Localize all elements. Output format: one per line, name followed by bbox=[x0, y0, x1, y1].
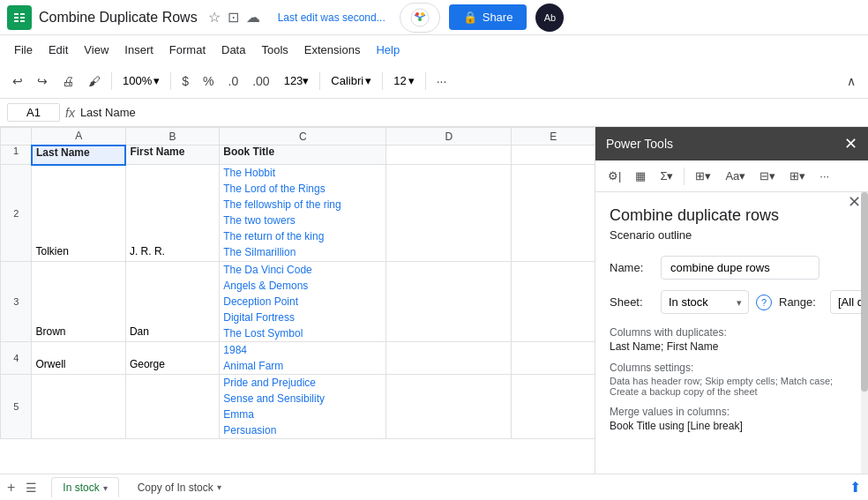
col-settings-label: Columns settings: bbox=[610, 362, 854, 374]
scrollbar-thumb[interactable] bbox=[861, 192, 868, 392]
cell-a2[interactable]: Tolkien bbox=[32, 165, 125, 262]
book-list-tolkien: The Hobbit The Lord of the Rings The fel… bbox=[223, 165, 382, 260]
menu-edit[interactable]: Edit bbox=[41, 41, 75, 59]
menu-file[interactable]: File bbox=[7, 41, 40, 59]
spreadsheet-grid: A B C D E 1 Last Name First Name Book Ti… bbox=[0, 127, 595, 439]
sheet-select-wrap: In stock bbox=[661, 290, 749, 314]
pt-tool-1[interactable]: ⚙| bbox=[602, 166, 626, 186]
cell-d1[interactable] bbox=[386, 146, 512, 165]
cloud-icon[interactable]: ☁ bbox=[246, 9, 260, 26]
row-num-2: 2 bbox=[1, 165, 32, 262]
scenario-name-input[interactable] bbox=[661, 256, 819, 280]
separator-2 bbox=[170, 72, 171, 90]
cell-b2[interactable]: J. R. R. bbox=[125, 165, 219, 262]
scrollbar-track[interactable] bbox=[861, 192, 868, 500]
dialog-content: ✕ Combine duplicate rows Scenario outlin… bbox=[595, 192, 868, 500]
col-header-d[interactable]: D bbox=[386, 128, 512, 146]
cell-c2[interactable]: The Hobbit The Lord of the Rings The fel… bbox=[220, 165, 386, 262]
cell-e3[interactable] bbox=[512, 262, 595, 342]
cell-e5[interactable] bbox=[512, 375, 595, 439]
folder-icon[interactable]: ⊡ bbox=[228, 9, 239, 26]
format-dropdown[interactable]: 123▾ bbox=[279, 71, 315, 90]
redo-button[interactable]: ↪ bbox=[32, 71, 53, 92]
power-tools-close-button[interactable]: ✕ bbox=[844, 134, 857, 153]
fontsize-dropdown[interactable]: 12 ▾ bbox=[388, 71, 419, 90]
cell-a1[interactable]: Last Name bbox=[32, 146, 125, 165]
sheet-tab-copy[interactable]: Copy of In stock ▾ bbox=[126, 477, 233, 498]
print-button[interactable]: 🖨 bbox=[56, 71, 79, 92]
pt-tool-more[interactable]: ··· bbox=[814, 166, 834, 186]
cell-b5[interactable] bbox=[125, 375, 219, 439]
collapse-button[interactable]: ∧ bbox=[842, 71, 861, 92]
menu-extensions[interactable]: Extensions bbox=[297, 41, 368, 59]
table-row: 5 Pride and Prejudice Sense and Sensibil… bbox=[1, 375, 595, 439]
menu-view[interactable]: View bbox=[77, 41, 116, 59]
decimal2-button[interactable]: .00 bbox=[247, 71, 274, 92]
cell-d2[interactable] bbox=[386, 165, 512, 262]
col-header-c[interactable]: C bbox=[220, 128, 386, 146]
cell-b4[interactable]: George bbox=[125, 342, 219, 375]
zoom-dropdown[interactable]: 100% ▾ bbox=[117, 71, 165, 90]
bottom-icon-1[interactable]: ⬆ bbox=[849, 479, 861, 496]
avatar[interactable]: Ab bbox=[535, 4, 564, 32]
power-tools-toolbar: ⚙| ▦ Σ▾ ⊞▾ Aa▾ ⊟▾ ⊞▾ ··· bbox=[595, 160, 868, 192]
sheet-tab-copy-arrow: ▾ bbox=[217, 482, 221, 492]
star-icon[interactable]: ☆ bbox=[208, 9, 221, 26]
menu-tools[interactable]: Tools bbox=[254, 41, 295, 59]
formula-input[interactable] bbox=[80, 106, 861, 119]
cell-b1[interactable]: First Name bbox=[125, 146, 219, 165]
svg-rect-5 bbox=[14, 20, 19, 22]
pt-tool-sigma[interactable]: Σ▾ bbox=[655, 166, 678, 186]
menu-insert[interactable]: Insert bbox=[117, 41, 161, 59]
add-sheet-button[interactable]: + bbox=[7, 480, 15, 496]
pt-tool-table[interactable]: ▦ bbox=[630, 166, 651, 186]
menu-help[interactable]: Help bbox=[369, 41, 407, 59]
currency-button[interactable]: $ bbox=[176, 71, 194, 92]
pt-tool-grid[interactable]: ⊞▾ bbox=[690, 166, 716, 186]
menu-data[interactable]: Data bbox=[214, 41, 252, 59]
cell-e4[interactable] bbox=[512, 342, 595, 375]
paint-format-button[interactable]: 🖌 bbox=[83, 71, 106, 92]
name-row: Name: bbox=[610, 256, 854, 280]
cell-c3[interactable]: The Da Vinci Code Angels & Demons Decept… bbox=[220, 262, 386, 342]
cell-d3[interactable] bbox=[386, 262, 512, 342]
pt-tool-aa[interactable]: Aa▾ bbox=[720, 166, 751, 186]
pt-tool-cols[interactable]: ⊟▾ bbox=[754, 166, 781, 186]
cell-e1[interactable] bbox=[512, 146, 595, 165]
sheets-menu-button[interactable]: ☰ bbox=[26, 481, 37, 495]
merge-label: Merge values in columns: bbox=[610, 406, 854, 418]
cell-c5[interactable]: Pride and Prejudice Sense and Sensibilit… bbox=[220, 375, 386, 439]
menu-format[interactable]: Format bbox=[162, 41, 213, 59]
col-header-a[interactable]: A bbox=[32, 128, 125, 146]
undo-button[interactable]: ↩ bbox=[7, 71, 28, 92]
cell-c4[interactable]: 1984 Animal Farm bbox=[220, 342, 386, 375]
sheet-tab-instock-arrow: ▾ bbox=[103, 483, 108, 493]
pt-tool-grid2[interactable]: ⊞▾ bbox=[784, 166, 811, 186]
col-header-e[interactable]: E bbox=[512, 128, 595, 146]
cell-e2[interactable] bbox=[512, 165, 595, 262]
cell-a5[interactable] bbox=[32, 375, 125, 439]
separator-5 bbox=[425, 72, 426, 90]
font-dropdown[interactable]: Calibri ▾ bbox=[326, 71, 377, 90]
fontsize-value: 12 bbox=[393, 74, 406, 87]
dialog-close-x[interactable]: ✕ bbox=[848, 192, 861, 212]
more-formats-button[interactable]: ··· bbox=[431, 71, 453, 92]
cell-reference[interactable]: A1 bbox=[7, 103, 60, 122]
cell-c1[interactable]: Book Title bbox=[220, 146, 386, 165]
sheet-tab-instock[interactable]: In stock ▾ bbox=[51, 477, 118, 497]
percent-button[interactable]: % bbox=[198, 71, 219, 92]
range-label: Range: bbox=[779, 295, 823, 309]
cell-d5[interactable] bbox=[386, 375, 512, 439]
dialog-subtitle: Scenario outline bbox=[610, 228, 854, 242]
share-button[interactable]: 🔒 Share bbox=[449, 4, 528, 30]
cell-b3[interactable]: Dan bbox=[125, 262, 219, 342]
sheet-help-icon[interactable]: ? bbox=[756, 295, 772, 310]
cell-a4[interactable]: Orwell bbox=[32, 342, 125, 375]
cell-d4[interactable] bbox=[386, 342, 512, 375]
cell-a3[interactable]: Brown bbox=[32, 262, 125, 342]
sheet-select[interactable]: In stock bbox=[661, 290, 749, 314]
decimal1-button[interactable]: .0 bbox=[223, 71, 244, 92]
meet-button[interactable] bbox=[400, 3, 440, 33]
book-list-orwell: 1984 Animal Farm bbox=[223, 342, 382, 374]
col-header-b[interactable]: B bbox=[125, 128, 219, 146]
